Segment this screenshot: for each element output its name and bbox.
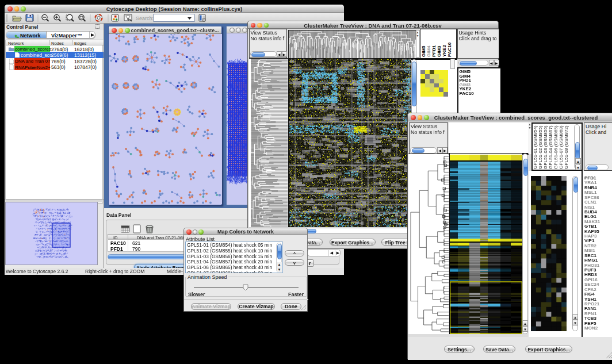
svg-text:Search:: Search:: [136, 16, 154, 21]
